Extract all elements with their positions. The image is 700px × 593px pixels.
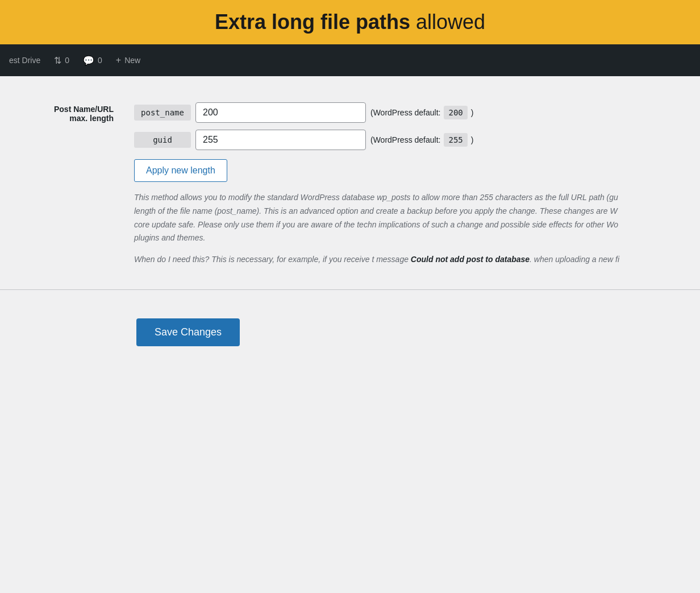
admin-bar-updates[interactable]: ⇅ 0 — [54, 55, 69, 66]
settings-row: Post Name/URL max. length post_name (Wor… — [0, 93, 700, 284]
comments-count: 0 — [98, 56, 102, 65]
main-content: Post Name/URL max. length post_name (Wor… — [0, 76, 700, 380]
post-name-row: post_name (WordPress default: 200 ) — [134, 102, 689, 123]
description-2: When do I need this? This is necessary, … — [134, 253, 623, 267]
save-changes-button[interactable]: Save Changes — [136, 318, 240, 346]
description-2-bold: Could not add post to database — [411, 255, 530, 264]
site-name-label: est Drive — [9, 56, 40, 65]
guid-label: guid — [134, 132, 191, 148]
guid-default: (WordPress default: 255 ) — [370, 133, 473, 147]
guid-default-suffix: ) — [471, 135, 474, 144]
section-label-line2: max. length — [69, 114, 114, 123]
post-name-default-value: 200 — [444, 106, 467, 119]
banner-title-normal: allowed — [410, 10, 485, 34]
section-label: Post Name/URL max. length — [0, 93, 125, 284]
description-2-normal: When do I need this? This is necessary, … — [134, 255, 411, 264]
post-name-default-prefix: (WordPress default: — [370, 108, 440, 117]
guid-row: guid (WordPress default: 255 ) — [134, 130, 689, 150]
banner-title-bold: Extra long file paths — [215, 10, 410, 34]
post-name-default: (WordPress default: 200 ) — [370, 106, 473, 119]
new-label: New — [124, 56, 140, 65]
guid-default-prefix: (WordPress default: — [370, 135, 440, 144]
top-banner: Extra long file paths allowed — [0, 0, 700, 44]
settings-table: Post Name/URL max. length post_name (Wor… — [0, 93, 700, 284]
admin-bar: est Drive ⇅ 0 💬 0 + New — [0, 44, 700, 76]
admin-bar-site[interactable]: est Drive — [9, 56, 40, 65]
admin-bar-comments[interactable]: 💬 0 — [83, 55, 102, 66]
new-icon: + — [116, 55, 121, 65]
comments-icon: 💬 — [83, 55, 94, 66]
post-name-label: post_name — [134, 105, 191, 121]
admin-bar-new[interactable]: + New — [116, 55, 140, 65]
settings-divider — [0, 289, 700, 290]
post-name-default-suffix: ) — [471, 108, 474, 117]
section-label-line1: Post Name/URL — [54, 105, 114, 114]
updates-count: 0 — [65, 56, 69, 65]
description-2-end: . when uploading a new fi — [530, 255, 619, 264]
description-1: This method allows you to modify the sta… — [134, 191, 623, 245]
save-row: Save Changes — [0, 307, 700, 358]
updates-icon: ⇅ — [54, 55, 61, 66]
guid-default-value: 255 — [444, 133, 467, 147]
post-name-input[interactable] — [195, 102, 366, 123]
apply-new-length-button[interactable]: Apply new length — [134, 159, 227, 182]
guid-input[interactable] — [195, 130, 366, 150]
control-cell: post_name (WordPress default: 200 ) guid… — [125, 93, 700, 284]
